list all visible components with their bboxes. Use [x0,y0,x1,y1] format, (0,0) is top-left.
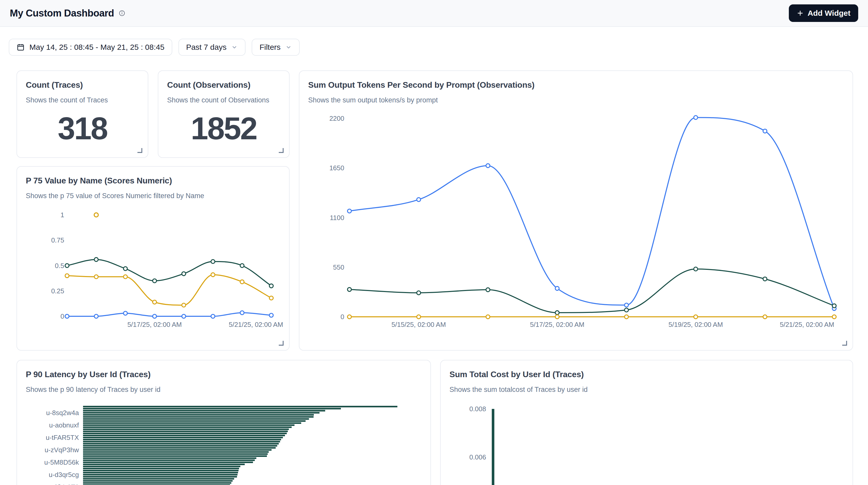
resize-handle-icon[interactable] [278,147,284,153]
latency-bar[interactable] [83,418,309,420]
latency-bar[interactable] [83,470,239,471]
card-p90-chart: P 90 Latency by User Id (Traces) Shows t… [17,360,431,485]
bar-row[interactable] [83,441,397,443]
bar-row[interactable] [83,443,397,445]
latency-bar[interactable] [83,472,238,474]
bar-row[interactable] [83,418,397,420]
time-preset-dropdown[interactable]: Past 7 days [179,39,246,56]
bar-row[interactable] [83,436,397,438]
svg-text:0.25: 0.25 [51,287,64,295]
filters-label: Filters [259,43,281,52]
latency-bar[interactable] [83,480,232,482]
bar-row[interactable] [83,449,397,451]
bar-row[interactable] [83,416,397,418]
latency-bar[interactable] [83,455,267,457]
latency-bar[interactable] [83,441,280,443]
latency-bar[interactable] [83,414,314,416]
page-header: My Custom Dashboard Add Widget [0,0,868,27]
latency-bar[interactable] [83,445,277,447]
latency-bar[interactable] [83,426,292,428]
p75-line-chart[interactable]: 00.250.50.7515/17/25, 02:00 AM5/21/25, 0… [17,166,289,350]
bar-row[interactable] [83,432,397,434]
latency-bar[interactable] [83,447,276,449]
bar-row[interactable] [83,424,397,426]
latency-bar[interactable] [83,430,288,432]
bar-row[interactable] [83,412,397,414]
resize-handle-icon[interactable] [136,147,143,153]
latency-bar[interactable] [83,443,279,445]
latency-bar[interactable] [83,412,319,414]
bar-row[interactable] [83,422,397,424]
bar-row[interactable] [83,463,397,465]
bar-row[interactable] [83,474,397,476]
svg-text:2200: 2200 [329,115,344,122]
bar-row[interactable] [83,459,397,461]
latency-bar[interactable] [83,420,306,422]
latency-bar[interactable] [83,463,245,465]
latency-bar[interactable] [83,478,234,480]
bar-row[interactable] [83,428,397,430]
chevron-down-icon [285,44,292,51]
latency-bar[interactable] [83,408,341,410]
latency-bar[interactable] [83,433,287,434]
bar-row[interactable] [83,430,397,432]
latency-bar[interactable] [83,422,301,424]
latency-bar[interactable] [83,428,289,430]
bar-row[interactable] [83,484,397,485]
bar-row[interactable] [83,407,397,410]
bar-row[interactable] [83,467,397,469]
bar-row[interactable] [83,447,397,449]
latency-bar[interactable] [83,439,281,441]
bar-row[interactable] [83,434,397,436]
bar-row[interactable] [83,469,397,472]
latency-bar[interactable] [83,482,231,484]
bar-row[interactable] [83,472,397,474]
bar-row[interactable] [83,476,397,478]
bar-row[interactable] [83,480,397,482]
bar-row[interactable] [83,445,397,447]
bar-row[interactable] [83,405,397,407]
latency-bar[interactable] [83,451,269,453]
add-widget-button[interactable]: Add Widget [789,4,858,22]
latency-bar[interactable] [83,457,256,459]
latency-bar[interactable] [83,459,255,461]
bar-row[interactable] [83,455,397,457]
info-icon[interactable] [119,10,125,17]
latency-bar[interactable] [83,449,272,451]
latency-bar[interactable] [83,476,237,478]
bar-row[interactable] [83,414,397,416]
p90-bar-chart[interactable] [83,405,397,485]
bar-row[interactable] [83,451,397,453]
latency-bar[interactable] [83,435,285,436]
bar-row[interactable] [83,410,397,412]
bar-row[interactable] [83,482,397,484]
resize-handle-icon[interactable] [841,340,847,346]
latency-bar[interactable] [83,461,253,463]
card-count-observations: Count (Observations) Shows the count of … [158,70,289,158]
latency-bar[interactable] [83,474,238,476]
latency-bar[interactable] [83,416,314,418]
latency-bar[interactable] [83,410,325,412]
bar-row[interactable] [83,478,397,480]
latency-bar[interactable] [83,406,397,407]
filters-dropdown[interactable]: Filters [252,39,300,56]
resize-handle-icon[interactable] [278,340,284,346]
bar-row[interactable] [83,461,397,463]
latency-bar[interactable] [83,424,294,426]
bar-row[interactable] [83,438,397,441]
latency-bar[interactable] [83,437,283,438]
bar-row[interactable] [83,465,397,467]
svg-text:5/17/25, 02:00 AM: 5/17/25, 02:00 AM [530,321,584,328]
tokens-line-chart[interactable]: 05501100165022005/15/25, 02:00 AM5/17/25… [300,71,852,350]
latency-bar[interactable] [83,468,239,469]
latency-bar[interactable] [83,453,268,455]
bar-row[interactable] [83,426,397,428]
date-range-picker[interactable]: May 14, 25 : 08:45 - May 21, 25 : 08:45 [9,39,172,56]
bar-row[interactable] [83,457,397,459]
svg-text:5/21/25, 02:00 AM: 5/21/25, 02:00 AM [229,321,283,328]
bar-row[interactable] [83,453,397,455]
latency-bar[interactable] [83,466,240,467]
page-title: My Custom Dashboard [10,8,114,19]
cost-bar[interactable] [492,409,494,485]
bar-row[interactable] [83,420,397,422]
